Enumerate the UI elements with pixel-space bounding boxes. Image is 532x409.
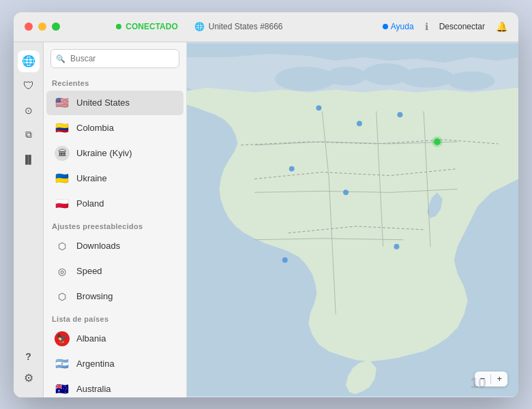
list-item-argentina[interactable]: 🇦🇷 Argentina (46, 352, 183, 376)
flag-al: 🦅 (55, 331, 70, 346)
flag-us: 🇺🇸 (55, 95, 70, 110)
titlebar-right: Ayuda ℹ Desconectar 🔔 (383, 21, 507, 32)
list-item[interactable]: 🇵🇱 Poland (46, 192, 183, 216)
svg-point-8 (357, 121, 362, 126)
connected-dot (116, 24, 121, 29)
svg-point-12 (343, 190, 349, 195)
help-dot-icon (383, 24, 388, 29)
sidebar-list: Recientes 🇺🇸 United States 🇨🇴 Colombia 🏛… (44, 74, 186, 397)
recents-header: Recientes (44, 74, 186, 90)
help-label: Ayuda (391, 22, 414, 31)
browsing-icon: ⬡ (55, 289, 70, 304)
flag-au: 🇦🇺 (55, 382, 70, 397)
flag-ua-kyiv: 🏛 (55, 146, 70, 161)
zoom-plus-button[interactable]: + (497, 374, 502, 383)
sidebar: 🔍 Recientes 🇺🇸 United States 🇨🇴 Colombia… (44, 42, 187, 397)
map-area: − + 10 (187, 42, 518, 397)
nav-stats-icon[interactable]: ▐▌ (18, 149, 40, 170)
speed-icon: ◎ (55, 264, 70, 279)
search-input[interactable] (50, 49, 179, 68)
svg-point-11 (289, 166, 295, 171)
preset-label: Browsing (76, 291, 113, 301)
info-icon[interactable]: ℹ (425, 21, 428, 32)
titlebar-center: CONECTADO 🌐 United States #8666 (16, 22, 383, 31)
app-window: CONECTADO 🌐 United States #8666 Ayuda ℹ … (14, 12, 518, 397)
flag-ar: 🇦🇷 (55, 357, 70, 372)
search-bar: 🔍 (44, 42, 186, 74)
icon-bar-bottom: ? ⚙ (18, 346, 40, 389)
map-svg (187, 42, 518, 397)
countries-header: Lista de países (44, 309, 186, 326)
list-item[interactable]: 🏛 Ukraine (Kyiv) (46, 141, 183, 166)
connected-badge: CONECTADO (116, 22, 177, 31)
nav-settings-icon[interactable]: ⚙ (18, 367, 40, 389)
nav-help-icon[interactable]: ? (18, 346, 40, 367)
country-label: Colombia (76, 123, 114, 133)
disconnect-button[interactable]: Desconectar (439, 22, 485, 31)
list-item[interactable]: 🇺🇦 Ukraine (46, 166, 183, 191)
nav-layers-icon[interactable]: ⧉ (18, 124, 40, 146)
country-label: Argentina (76, 359, 115, 369)
icon-bar: 🌐 🛡 ⊙ ⧉ ▐▌ ? ⚙ (14, 42, 44, 397)
help-link[interactable]: Ayuda (383, 22, 414, 31)
flag-co: 🇨🇴 (55, 121, 70, 136)
svg-point-15 (432, 136, 443, 147)
server-name: United States #8666 (209, 22, 283, 31)
list-item-albania[interactable]: 🦅 Albania (46, 327, 183, 351)
main-content: 🌐 🛡 ⊙ ⧉ ▐▌ ? ⚙ 🔍 Recientes 🇺 (14, 42, 518, 397)
flag-ua: 🇺🇦 (55, 171, 70, 186)
country-label: Ukraine (Kyiv) (76, 148, 132, 158)
list-item[interactable]: 🇨🇴 Colombia (46, 116, 183, 140)
nav-globe-icon[interactable]: 🌐 (18, 50, 40, 72)
country-label: United States (76, 97, 130, 108)
connected-label: CONECTADO (125, 22, 177, 31)
search-icon: 🔍 (56, 54, 65, 63)
preset-label: Speed (76, 266, 102, 276)
nav-target-icon[interactable]: ⊙ (18, 100, 40, 121)
country-label: Australia (76, 384, 111, 394)
search-wrapper: 🔍 (50, 49, 179, 68)
preset-speed[interactable]: ◎ Speed (46, 259, 183, 284)
server-info: 🌐 United States #8666 (194, 22, 283, 31)
zoom-divider (490, 374, 491, 384)
svg-point-9 (397, 112, 402, 117)
country-label: Ukraine (76, 173, 107, 183)
svg-point-3 (325, 66, 366, 85)
svg-point-6 (447, 71, 494, 90)
watermark: 10 (471, 374, 486, 392)
globe-small-icon: 🌐 (194, 22, 205, 31)
list-item[interactable]: 🇺🇸 United States (46, 91, 183, 115)
svg-point-5 (400, 67, 454, 87)
svg-point-13 (394, 243, 400, 249)
list-item-australia[interactable]: 🇦🇺 Australia (46, 377, 183, 397)
flag-pl: 🇵🇱 (55, 196, 70, 211)
downloads-icon: ⬡ (55, 239, 70, 254)
country-label: Poland (76, 198, 104, 209)
preset-downloads[interactable]: ⬡ Downloads (46, 234, 183, 258)
svg-point-7 (316, 105, 321, 110)
country-label: Albania (76, 333, 106, 344)
titlebar: CONECTADO 🌐 United States #8666 Ayuda ℹ … (14, 12, 518, 42)
preset-browsing[interactable]: ⬡ Browsing (46, 284, 183, 309)
presets-header: Ajustes preestablecidos (44, 217, 186, 233)
bell-icon[interactable]: 🔔 (496, 21, 507, 32)
nav-shield-icon[interactable]: 🛡 (18, 75, 40, 97)
preset-label: Downloads (76, 241, 120, 251)
svg-point-14 (282, 257, 288, 262)
